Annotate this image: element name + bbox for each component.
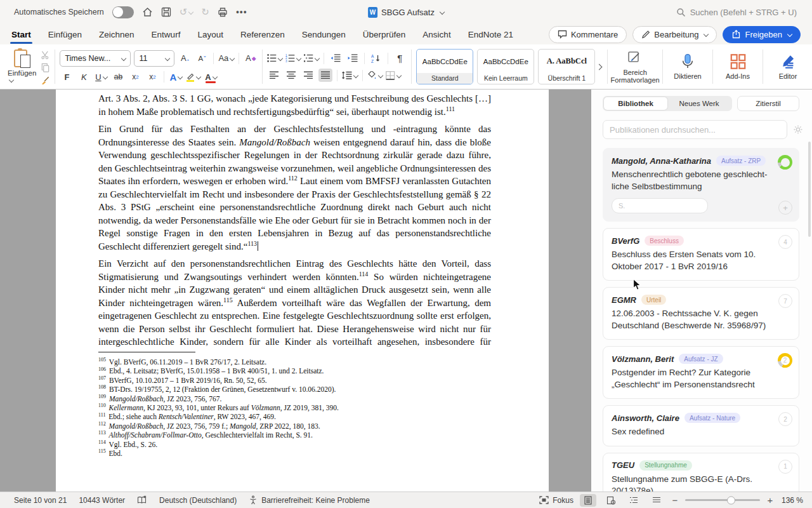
reference-card[interactable]: Ainsworth, ClaireAufsatz - NatureSex red… (603, 405, 799, 446)
outline-view-button[interactable] (625, 494, 642, 507)
clear-formatting-button[interactable]: A◆ (244, 51, 258, 65)
change-case-button[interactable]: Aa (218, 51, 234, 65)
style-standard[interactable]: AaBbCcDdEeStandard (416, 49, 473, 84)
page-number-input[interactable] (612, 198, 708, 213)
undo-icon[interactable]: ↺ (180, 6, 193, 18)
sort-button[interactable]: AZ (369, 51, 383, 65)
reference-card[interactable]: Mangold, Anna-KatharinaAufsatz - ZRPMens… (603, 148, 799, 222)
bold-button[interactable]: F (60, 70, 74, 84)
align-right-button[interactable] (301, 69, 315, 82)
font-size-select[interactable]: 11 (134, 50, 174, 67)
language-indicator[interactable]: Deutsch (Deutschland) (159, 496, 237, 505)
tab-einfügen[interactable]: Einfügen (48, 30, 82, 39)
font-name-select[interactable]: Times New... (60, 50, 131, 67)
panel-tab-zitierstil[interactable]: Zitierstil (737, 96, 799, 111)
accessibility-status[interactable]: Barrierefreiheit: Keine Probleme (249, 495, 370, 505)
tab-endnote-21[interactable]: EndNote 21 (468, 30, 513, 39)
paragraph[interactable]: Ein Grund für das Festhalten an der Gesc… (98, 123, 491, 253)
shading-button[interactable] (367, 69, 383, 82)
underline-button[interactable]: U (94, 70, 108, 84)
reference-title: Beschluss des Ersten Senats vom 10. Okto… (612, 249, 790, 272)
reference-card[interactable]: Völzmann, BeritAufsatz - JZPostgender im… (603, 346, 799, 399)
line-spacing-button[interactable] (342, 69, 358, 82)
status-bar: Seite 10 von 21 10443 Wörter Deutsch (De… (0, 491, 812, 508)
panel-tab-neues-werk[interactable]: Neues Werk (667, 97, 731, 110)
page-indicator[interactable]: Seite 10 von 21 (14, 496, 67, 505)
document-title-group[interactable]: W SBGG Aufsatz (368, 7, 444, 18)
search-box[interactable]: Suchen (Befehl + STRG + U) (676, 8, 812, 17)
editor-button[interactable]: Editor (768, 53, 808, 80)
justify-button[interactable] (318, 69, 332, 82)
print-icon[interactable] (218, 7, 228, 17)
zoom-out-button[interactable]: − (671, 495, 679, 505)
italic-button[interactable]: K (77, 70, 91, 84)
editing-mode-button[interactable]: Bearbeitung (632, 26, 717, 43)
print-layout-view-button[interactable] (580, 494, 596, 507)
publications-search-input[interactable] (603, 120, 787, 139)
tab-start[interactable]: Start (11, 30, 31, 39)
borders-button[interactable] (386, 69, 401, 82)
document-text[interactable]: Art. 3 Abs. 2, Abs. 3 S. 1 GG, wonach „j… (98, 92, 491, 366)
zoom-slider-thumb[interactable] (727, 496, 735, 504)
tab-überprüfen[interactable]: Überprüfen (363, 30, 406, 39)
paragraph[interactable]: Art. 3 Abs. 2, Abs. 3 S. 1 GG, wonach „j… (98, 92, 491, 118)
increase-indent-button[interactable] (346, 51, 360, 65)
panel-scrollbar[interactable] (808, 142, 811, 237)
tab-layout[interactable]: Layout (197, 30, 223, 39)
comments-button[interactable]: Kommentare (549, 26, 627, 43)
pilcrow-button[interactable]: ¶ (393, 51, 407, 65)
style-pane-button[interactable]: Bereich Formatvorlagen (612, 50, 658, 84)
font-color-button[interactable]: A (204, 70, 218, 84)
reference-card[interactable]: BVerfGBeschlussBeschluss des Ersten Sena… (603, 228, 799, 281)
web-layout-view-button[interactable] (603, 494, 619, 507)
panel-tab-bibliothek[interactable]: Bibliothek (604, 97, 667, 110)
tab-sendungen[interactable]: Sendungen (302, 30, 346, 39)
save-icon[interactable] (161, 7, 171, 17)
shrink-font-button[interactable]: Aˇ (195, 51, 209, 65)
word-count[interactable]: 10443 Wörter (79, 496, 125, 505)
tab-zeichnen[interactable]: Zeichnen (99, 30, 134, 39)
zoom-in-button[interactable]: + (766, 495, 774, 505)
copy-button[interactable] (41, 63, 50, 72)
share-button[interactable]: Freigeben (723, 26, 801, 43)
redo-icon[interactable]: ↻ (201, 6, 209, 18)
proofing-icon[interactable] (137, 495, 147, 505)
reference-card[interactable]: EGMRUrteil12.06.2003 - Rechtssache V. K.… (603, 287, 799, 340)
tab-entwurf[interactable]: Entwurf (152, 30, 181, 39)
focus-mode-button[interactable]: Fokus (539, 496, 573, 505)
highlight-color-button[interactable] (186, 70, 200, 84)
strikethrough-button[interactable]: ab (111, 70, 125, 84)
numbered-list-button[interactable]: 123 (285, 51, 301, 65)
grow-font-button[interactable]: Aˇ (178, 51, 192, 65)
paste-button[interactable]: Einfügen (8, 49, 36, 84)
style-kein-leerraum[interactable]: AaBbCcDdEeKein Leerraum (477, 49, 534, 84)
insert-citation-button[interactable]: + (778, 201, 792, 215)
paragraph[interactable]: Ein Verzicht auf den personenstandsrecht… (98, 257, 491, 361)
addins-button[interactable]: Add-Ins (717, 53, 758, 80)
draft-view-button[interactable] (648, 494, 665, 507)
style-überschrift-1[interactable]: A. AaBbCclÜberschrift 1 (538, 49, 595, 84)
more-icon[interactable]: ••• (236, 7, 247, 17)
decrease-indent-button[interactable] (329, 51, 343, 65)
reference-card[interactable]: TGEUStellungnahmeStellungnahme zum SBGG-… (603, 453, 799, 493)
zoom-slider[interactable] (685, 499, 760, 502)
format-painter-button[interactable] (41, 76, 50, 85)
home-icon[interactable] (142, 7, 153, 17)
tab-ansicht[interactable]: Ansicht (422, 30, 450, 39)
styles-more-button[interactable] (595, 62, 603, 71)
settings-gear-icon[interactable] (793, 124, 803, 135)
bullet-list-button[interactable] (267, 51, 282, 65)
align-left-button[interactable] (267, 69, 281, 82)
align-center-button[interactable] (284, 69, 298, 82)
cut-button[interactable] (41, 50, 50, 60)
dictate-button[interactable]: Diktieren (667, 53, 708, 80)
text-effects-button[interactable]: A (169, 70, 183, 84)
zoom-level[interactable]: 136 % (782, 496, 803, 505)
paste-label: Einfügen (8, 69, 36, 77)
tab-referenzen[interactable]: Referenzen (240, 30, 285, 39)
subscript-button[interactable]: x2 (128, 70, 142, 84)
multilevel-list-button[interactable] (304, 51, 319, 65)
autosave-toggle[interactable] (112, 6, 134, 18)
superscript-button[interactable]: x2 (145, 70, 159, 84)
document-page[interactable]: Art. 3 Abs. 2, Abs. 3 S. 1 GG, wonach „j… (56, 90, 549, 492)
